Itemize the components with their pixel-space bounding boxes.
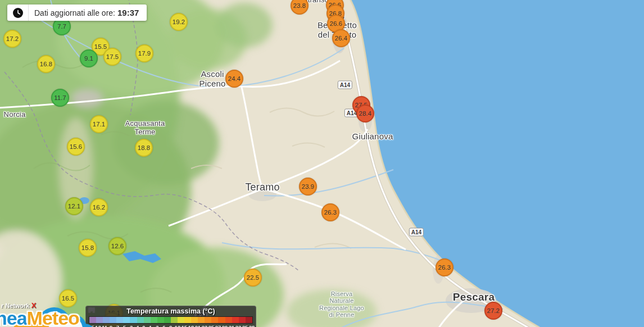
- clock-icon: [13, 8, 23, 18]
- legend-tick: 25: [208, 324, 215, 327]
- temp-marker[interactable]: 23.9: [299, 178, 317, 196]
- legend-tick: 18: [188, 324, 194, 327]
- temp-marker[interactable]: 22.5: [244, 269, 262, 287]
- legend-tick: -9: [107, 324, 114, 327]
- legend-color-cell: [137, 317, 144, 323]
- legend-color-cell: [157, 317, 164, 323]
- legend-color-scale: [89, 316, 253, 324]
- legend-color-cell: [110, 317, 116, 323]
- temp-marker[interactable]: 17.9: [135, 44, 153, 62]
- legend-tick: 31: [228, 324, 235, 327]
- legend-color-cell: [89, 317, 96, 323]
- status-divider: [28, 4, 29, 21]
- legend-tick: -7: [114, 324, 120, 327]
- temp-marker[interactable]: 16.2: [90, 198, 108, 216]
- temp-marker[interactable]: 12.6: [108, 237, 126, 255]
- legend-tick: 38: [248, 324, 255, 327]
- temp-marker[interactable]: 16.8: [37, 55, 55, 73]
- legend-color-cell: [232, 317, 239, 323]
- temp-marker[interactable]: 26.3: [436, 258, 453, 276]
- legend-tick: 1: [147, 324, 154, 327]
- legend-tick: 35: [242, 324, 248, 327]
- legend-color-cell: [96, 317, 103, 323]
- status-time: 19:37: [117, 8, 139, 17]
- legend-tick: 6: [161, 324, 167, 327]
- legend-color-cell: [164, 317, 171, 323]
- legend-tick-labels: -15-13-11-9-7-5-3-1013691215182123252729…: [87, 324, 255, 327]
- legend-tick: 15: [181, 324, 188, 327]
- status-text: Dati aggiornati alle ore:19:37: [34, 8, 139, 17]
- legend-tick: -15: [87, 324, 93, 327]
- legend-tick: 3: [154, 324, 161, 327]
- temp-marker[interactable]: 23.8: [291, 0, 309, 15]
- legend-color-cell: [130, 317, 137, 323]
- temp-marker[interactable]: 12.1: [65, 197, 83, 215]
- legend-tick: 29: [221, 324, 228, 327]
- temp-marker[interactable]: 17.2: [3, 30, 21, 48]
- legend-tick: -3: [127, 324, 134, 327]
- weather-map-page: PIA2416.115.8 A14A14A14 NorciaAcquasanta…: [0, 0, 644, 327]
- legend-tick: -5: [120, 324, 127, 327]
- legend-color-cell: [246, 317, 252, 323]
- legend-color-cell: [144, 317, 151, 323]
- legend-tick: 33: [235, 324, 242, 327]
- temp-marker[interactable]: 26.4: [332, 29, 350, 47]
- legend-color-cell: [198, 317, 205, 323]
- legend-color-cell: [103, 317, 110, 323]
- legend-color-cell: [218, 317, 225, 323]
- legend-tick: -11: [100, 324, 107, 327]
- legend-color-cell: [171, 317, 178, 323]
- legend-tick: 21: [194, 324, 201, 327]
- legend-tick: 23: [201, 324, 208, 327]
- legend-color-cell: [239, 317, 246, 323]
- legend-tick: 27: [215, 324, 221, 327]
- legend-color-cell: [151, 317, 157, 323]
- legend-tick: 0: [140, 324, 147, 327]
- temp-marker[interactable]: 15.8: [79, 239, 97, 257]
- legend-tick: 12: [174, 324, 181, 327]
- legend-color-cell: [123, 317, 130, 323]
- temp-marker[interactable]: 9.1: [80, 49, 98, 67]
- legend-color-cell: [225, 317, 232, 323]
- temperature-legend: Temperatura massima (°C) -15-13-11-9-7-5…: [85, 306, 256, 327]
- temp-marker[interactable]: 16.5: [59, 289, 77, 307]
- legend-tick: -13: [93, 324, 100, 327]
- temp-marker[interactable]: 24.4: [225, 70, 243, 88]
- legend-tick: -1: [134, 324, 140, 327]
- status-bar: Dati aggiornati alle ore:19:37: [7, 4, 147, 21]
- temp-marker[interactable]: 19.2: [170, 13, 188, 31]
- legend-color-cell: [116, 317, 123, 323]
- temp-marker[interactable]: 15.6: [67, 138, 85, 156]
- legend-title: Temperatura massima (°C): [86, 307, 256, 315]
- temp-marker[interactable]: 26.3: [321, 203, 339, 221]
- status-label: Dati aggiornati alle ore:: [34, 8, 115, 17]
- legend-color-cell: [178, 317, 184, 323]
- temp-marker[interactable]: 17.5: [103, 48, 121, 66]
- legend-color-cell: [211, 317, 218, 323]
- temp-marker[interactable]: 17.1: [90, 115, 108, 133]
- temp-marker[interactable]: 28.4: [356, 105, 374, 122]
- temp-marker[interactable]: 18.8: [135, 139, 153, 157]
- legend-tick: 9: [167, 324, 174, 327]
- legend-color-cell: [205, 317, 211, 323]
- temp-marker[interactable]: 27.2: [484, 302, 502, 320]
- legend-color-cell: [191, 317, 198, 323]
- legend-color-cell: [184, 317, 191, 323]
- temp-marker[interactable]: 11.7: [51, 89, 69, 107]
- temperature-marker-layer: 23.826.626.826.626.419.27.717.215.517.59…: [0, 0, 644, 327]
